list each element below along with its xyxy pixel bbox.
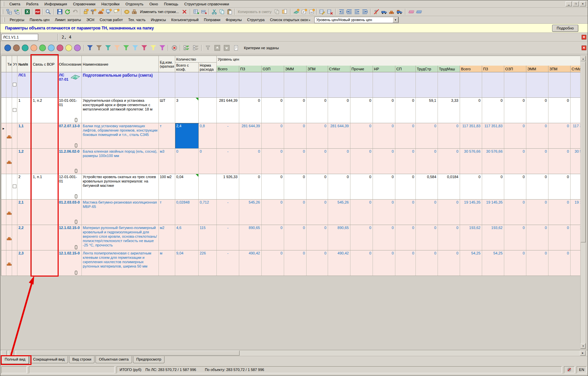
- excel-export-icon[interactable]: X: [23, 8, 31, 15]
- toolbar-button-copy-to-estimate[interactable]: Копировать в смету: [236, 8, 273, 15]
- vertical-scrollbar[interactable]: ▲ ▼: [580, 56, 586, 349]
- filter-funnel-icon-teal[interactable]: [105, 45, 111, 50]
- cell-name[interactable]: Балки под установку направляющих лифтов,…: [82, 123, 159, 149]
- toolbar-grip[interactable]: [3, 2, 4, 6]
- filter-circle-brown[interactable]: [13, 45, 20, 51]
- filter-funnel-icon-blue[interactable]: [87, 45, 93, 50]
- cell-g-stmat[interactable]: 890,65: [328, 225, 350, 250]
- price-level-combobox[interactable]: Уровень цен/Новый уровень цен ▼: [314, 17, 399, 23]
- toolbar-grip[interactable]: [2, 9, 3, 14]
- cell-vor[interactable]: [32, 123, 58, 149]
- panel-button-formuly[interactable]: Формулы: [223, 17, 245, 23]
- cell-g-total[interactable]: -: [217, 200, 239, 225]
- cell-g-prochie[interactable]: 0: [350, 174, 373, 200]
- cell-g-emm[interactable]: 0: [284, 200, 307, 225]
- cell-o-total[interactable]: 30 576,66: [460, 149, 482, 174]
- cell-g-trudstr[interactable]: 0: [416, 200, 438, 225]
- cell-gutter[interactable]: [1, 149, 6, 174]
- cell-g-total[interactable]: -: [217, 225, 239, 250]
- scroll-right-icon[interactable]: ►: [580, 351, 586, 356]
- cell-g-trudstr[interactable]: 0: [416, 123, 438, 149]
- cell-g-emm[interactable]: [284, 72, 307, 98]
- refresh-icon[interactable]: [64, 8, 71, 15]
- cell-ut[interactable]: [12, 72, 17, 98]
- cell-g-trudstr[interactable]: 0,584: [416, 174, 438, 200]
- cell-g-ozp[interactable]: 0: [262, 149, 284, 174]
- move-down-icon[interactable]: [222, 44, 231, 52]
- cell-o-stmat[interactable]: 19 145,35: [571, 200, 581, 225]
- panel-button-struktura[interactable]: Структура: [244, 17, 267, 23]
- filter-circle-green[interactable]: [39, 45, 46, 51]
- cell-qty[interactable]: 0,04: [175, 174, 199, 200]
- cell-o-total[interactable]: 0: [460, 174, 482, 200]
- cell-rate[interactable]: 115: [199, 225, 217, 250]
- cell-g-zpm[interactable]: [307, 72, 328, 98]
- panel-button-tekh-chast[interactable]: Тех. часть: [125, 17, 148, 23]
- cell-qty[interactable]: 0: [175, 149, 199, 174]
- cell-g-total[interactable]: -: [217, 149, 239, 174]
- panel-button-resursy[interactable]: Ресурсы: [7, 17, 27, 23]
- cell-g-stmat[interactable]: 545,26: [328, 200, 350, 225]
- indent-right-end-icon[interactable]: [345, 8, 353, 15]
- cell-g-prochie[interactable]: [350, 72, 373, 98]
- cell-g-ozp[interactable]: 0: [262, 225, 284, 250]
- list-green-icon[interactable]: [182, 44, 190, 52]
- filter-funnel-icon-skyblue[interactable]: [132, 45, 138, 50]
- cell-g-ozp[interactable]: 0: [262, 123, 284, 149]
- cell-g-ozp[interactable]: 0: [262, 174, 284, 200]
- cell-o-ozp[interactable]: 0: [504, 225, 526, 250]
- cell-g-trudmash[interactable]: 0: [438, 250, 460, 276]
- cell-just[interactable]: 11.2.06.02-0: [58, 149, 82, 174]
- cell-ut[interactable]: [12, 174, 17, 200]
- cell-g-ozp[interactable]: 0: [262, 98, 284, 123]
- cell-g-stmat[interactable]: 490,42: [328, 250, 350, 276]
- panel-button-esn[interactable]: ЭСН: [84, 17, 97, 23]
- cell-qty[interactable]: 2,4: [175, 123, 199, 149]
- search-icon[interactable]: [44, 8, 52, 15]
- cell-ti[interactable]: [6, 225, 12, 250]
- cell-g-prochie[interactable]: 0: [350, 225, 373, 250]
- undo-icon[interactable]: [71, 8, 79, 15]
- cell-o-stmat[interactable]: [571, 98, 581, 123]
- indent-left-end-icon[interactable]: [361, 8, 369, 15]
- indent-left-icon[interactable]: [353, 8, 361, 15]
- cell-o-stmat[interactable]: 193,62: [571, 225, 581, 250]
- unlock-icon[interactable]: [82, 8, 89, 15]
- cell-rate[interactable]: 0,8: [199, 123, 217, 149]
- cell-g-sp[interactable]: 0: [395, 98, 416, 123]
- cell-num[interactable]: 2,2: [17, 225, 32, 250]
- cell-g-nr[interactable]: 0: [373, 149, 395, 174]
- approve-checkbox[interactable]: [13, 83, 16, 86]
- cell-gutter[interactable]: [1, 250, 6, 276]
- cell-unit[interactable]: м3: [159, 149, 175, 174]
- cell-g-nr[interactable]: 0: [373, 250, 395, 276]
- cell-num[interactable]: ЛС1: [17, 72, 32, 98]
- menu-item-informatsiya[interactable]: Информация: [42, 1, 70, 7]
- cell-ut[interactable]: [12, 200, 17, 225]
- cell-rate[interactable]: 226: [199, 250, 217, 276]
- cell-num[interactable]: 1,1: [17, 123, 32, 149]
- cell-num[interactable]: 2,3: [17, 250, 32, 276]
- tree-view-icon[interactable]: [5, 8, 13, 15]
- cell-vor[interactable]: [32, 72, 58, 98]
- cell-g-zpm[interactable]: 0: [307, 149, 328, 174]
- scroll-down-icon[interactable]: ▼: [581, 343, 586, 349]
- cell-ut[interactable]: [12, 123, 17, 149]
- cell-g-ozp[interactable]: 0: [262, 200, 284, 225]
- cell-name[interactable]: Материал рулонный битумно-полимерный кро…: [82, 225, 159, 250]
- cell-gutter[interactable]: [1, 72, 6, 98]
- price-p-icon[interactable]: Р: [300, 8, 308, 15]
- tab-vid-stroki[interactable]: Вид строки: [69, 356, 95, 363]
- row-insert-icon[interactable]: [200, 8, 208, 15]
- cell-o-zpm[interactable]: 0: [548, 149, 571, 174]
- cell-just[interactable]: 12.1.02.15-0: [58, 225, 82, 250]
- cell-g-trudstr[interactable]: 0: [416, 149, 438, 174]
- cell-g-trudmash[interactable]: 0: [438, 149, 460, 174]
- cell-name[interactable]: Балка клееная хвойных пород (ель, сосна)…: [82, 149, 159, 174]
- cell-g-total[interactable]: [217, 72, 239, 98]
- cell-o-total[interactable]: 117 351,83: [460, 123, 482, 149]
- save-icon[interactable]: [56, 8, 64, 15]
- cut-icon[interactable]: [210, 8, 218, 15]
- cell-gutter[interactable]: [1, 200, 6, 225]
- filter-funnel-icon-yellow[interactable]: [150, 45, 156, 50]
